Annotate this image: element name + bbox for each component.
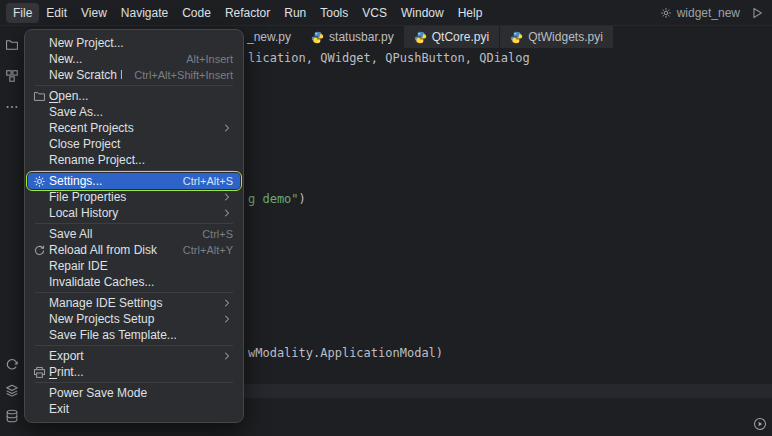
menu-item-reload-all-from-disk[interactable]: Reload All from DiskCtrl+Alt+Y [28, 242, 240, 258]
toolwindow-bar-bottom [2, 354, 22, 432]
menu-separator [35, 85, 233, 86]
code-fragment: lication, QWidget, QPushButton, QDialog [248, 51, 530, 65]
titlebar: FileEditViewNavigateCodeRefactorRunTools… [0, 0, 772, 26]
menu-item-local-history[interactable]: Local History [28, 205, 240, 221]
main-menu-bar: FileEditViewNavigateCodeRefactorRunTools… [6, 3, 489, 23]
play-circle-icon[interactable] [753, 417, 767, 431]
python-packages-icon[interactable] [2, 380, 22, 400]
menu-item-shortcut: Ctrl+Alt+S [183, 175, 233, 187]
caret-line-highlight [244, 384, 772, 398]
menu-item-label: New Scratch File [49, 68, 122, 82]
menu-item-label: Manage IDE Settings [49, 296, 209, 310]
menu-item-shortcut: Ctrl+S [202, 228, 233, 240]
tab-statusbar-py[interactable]: statusbar.py [301, 26, 404, 48]
menubar-item-refactor[interactable]: Refactor [218, 3, 277, 23]
menu-item-save-file-as-template[interactable]: Save File as Template... [28, 327, 240, 343]
database-icon[interactable] [2, 406, 22, 426]
menu-item-label: Exit [49, 402, 233, 416]
code-text: g demo" [248, 192, 299, 206]
menu-item-label: Save File as Template... [49, 328, 233, 342]
submenu-chevron-right-icon [221, 350, 233, 362]
menu-separator [35, 382, 233, 383]
menu-item-label: Print... [49, 365, 233, 379]
menu-item-label: Reload All from Disk [49, 243, 171, 257]
tab-label: _new.py [247, 30, 291, 44]
menu-separator [35, 223, 233, 224]
menu-item-power-save-mode[interactable]: Power Save Mode [28, 385, 240, 401]
project-name: widget_new [677, 6, 740, 20]
menu-item-recent-projects[interactable]: Recent Projects [28, 120, 240, 136]
menu-item-shortcut: Ctrl+Alt+Y [183, 244, 233, 256]
menu-item-label: New Project... [49, 36, 233, 50]
refresh-icon [32, 244, 46, 257]
menubar-item-file[interactable]: File [6, 3, 39, 23]
python-console-icon[interactable] [2, 354, 22, 374]
menubar-item-help[interactable]: Help [451, 3, 490, 23]
run-configuration[interactable]: widget_new [660, 6, 740, 20]
menu-item-label: Export [49, 349, 209, 363]
folder-icon [32, 90, 46, 103]
tab-qtwidgets-pyi[interactable]: QtWidgets.pyi [499, 26, 613, 48]
menu-item-file-properties[interactable]: File Properties [28, 189, 240, 205]
menubar-item-vcs[interactable]: VCS [355, 3, 394, 23]
menu-item-repair-ide[interactable]: Repair IDE [28, 258, 240, 274]
more-tool-windows-icon[interactable] [2, 97, 22, 117]
menubar-item-navigate[interactable]: Navigate [114, 3, 175, 23]
menu-item-new-project[interactable]: New Project... [28, 35, 240, 51]
menu-separator [35, 292, 233, 293]
menubar-item-tools[interactable]: Tools [313, 3, 355, 23]
menu-item-label: Close Project [49, 137, 233, 151]
menu-separator [35, 170, 233, 171]
menu-item-label: Save As... [49, 105, 233, 119]
menu-item-save-all[interactable]: Save AllCtrl+S [28, 226, 240, 242]
menu-item-label: Save All [49, 227, 190, 241]
structure-icon[interactable] [2, 66, 22, 86]
menu-item-exit[interactable]: Exit [28, 401, 240, 417]
project-folder-icon[interactable] [2, 35, 22, 55]
menubar-item-run[interactable]: Run [277, 3, 313, 23]
menu-item-save-as[interactable]: Save As... [28, 104, 240, 120]
run-icon[interactable] [750, 6, 764, 20]
menubar-item-code[interactable]: Code [175, 3, 218, 23]
code-text: ) [299, 192, 306, 206]
menu-item-shortcut: Alt+Insert [186, 53, 233, 65]
tab-label: QtWidgets.pyi [528, 30, 603, 44]
menu-item-new-scratch-file[interactable]: New Scratch FileCtrl+Alt+Shift+Insert [28, 67, 240, 83]
menu-item-label: Recent Projects [49, 121, 209, 135]
menubar-item-window[interactable]: Window [394, 3, 451, 23]
python-icon [510, 31, 523, 44]
tab-qtcore-pyi[interactable]: QtCore.pyi [404, 26, 499, 48]
menubar-item-view[interactable]: View [74, 3, 114, 23]
python-icon [311, 31, 324, 44]
menu-item-shortcut: Ctrl+Alt+Shift+Insert [134, 69, 233, 81]
tab-new-py[interactable]: _new.py [244, 26, 301, 48]
menu-item-print[interactable]: Print... [28, 364, 240, 380]
menu-item-export[interactable]: Export [28, 348, 240, 364]
menu-item-label: New... [49, 52, 174, 66]
menu-item-label: Open... [49, 89, 233, 103]
menu-item-close-project[interactable]: Close Project [28, 136, 240, 152]
menu-item-rename-project[interactable]: Rename Project... [28, 152, 240, 168]
code-fragment: wModality.ApplicationModal) [248, 346, 443, 360]
tab-label: statusbar.py [329, 30, 394, 44]
submenu-chevron-right-icon [221, 313, 233, 325]
menu-item-manage-ide-settings[interactable]: Manage IDE Settings [28, 295, 240, 311]
menu-item-new-projects-setup[interactable]: New Projects Setup [28, 311, 240, 327]
code-text: wModality.ApplicationModal) [248, 346, 443, 360]
menu-item-settings[interactable]: Settings...Ctrl+Alt+S [28, 173, 240, 189]
file-menu-popup: New Project...New...Alt+InsertNew Scratc… [24, 29, 244, 423]
menu-item-open[interactable]: Open... [28, 88, 240, 104]
submenu-chevron-right-icon [221, 207, 233, 219]
menu-item-label: New Projects Setup [49, 312, 209, 326]
printer-icon [32, 366, 46, 379]
gear-icon [32, 175, 46, 188]
menu-item-invalidate-caches[interactable]: Invalidate Caches... [28, 274, 240, 290]
toolwindow-bar-left [0, 26, 24, 436]
gear-icon [660, 7, 672, 19]
menu-item-label: Repair IDE [49, 259, 233, 273]
menubar-item-edit[interactable]: Edit [39, 3, 74, 23]
ide-window: FileEditViewNavigateCodeRefactorRunTools… [0, 0, 772, 436]
menu-item-label: Local History [49, 206, 209, 220]
submenu-chevron-right-icon [221, 122, 233, 134]
menu-item-new[interactable]: New...Alt+Insert [28, 51, 240, 67]
